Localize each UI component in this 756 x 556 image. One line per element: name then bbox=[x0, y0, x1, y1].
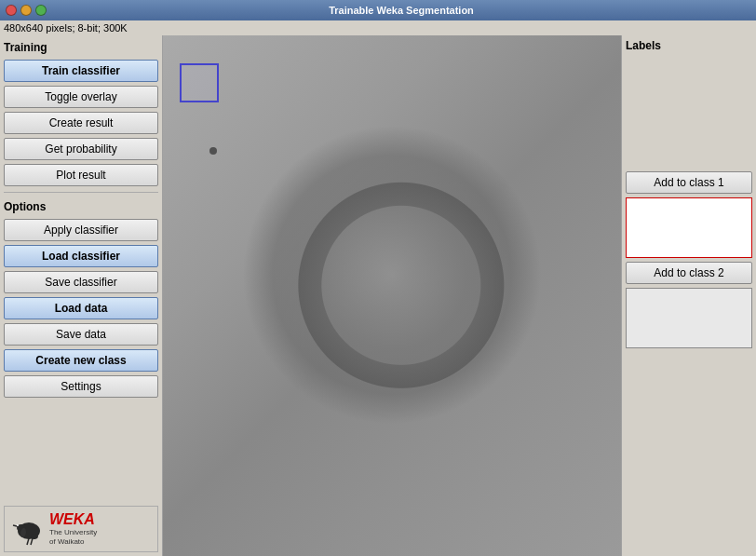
options-header: Options bbox=[4, 198, 158, 215]
title-bar: Trainable Weka Segmentation bbox=[0, 0, 756, 20]
svg-line-3 bbox=[13, 525, 17, 526]
plot-result-button[interactable]: Plot result bbox=[4, 164, 158, 186]
toggle-overlay-button[interactable]: Toggle overlay bbox=[4, 86, 158, 108]
weka-bird-icon bbox=[8, 510, 46, 548]
add-to-class2-button[interactable]: Add to class 2 bbox=[626, 262, 752, 284]
image-artifact bbox=[209, 147, 217, 155]
class1-label-area bbox=[626, 197, 752, 258]
content-area: Training Train classifier Toggle overlay… bbox=[0, 35, 756, 556]
weka-logo: WEKA The University of Waikato bbox=[4, 506, 158, 552]
maximize-button[interactable] bbox=[35, 5, 47, 16]
add-to-class1-button[interactable]: Add to class 1 bbox=[626, 171, 752, 194]
weka-title: WEKA bbox=[49, 511, 97, 528]
weka-branding: WEKA The University of Waikato bbox=[49, 511, 97, 546]
labels-header: Labels bbox=[626, 39, 752, 52]
main-container: 480x640 pixels; 8-bit; 300K Training Tra… bbox=[0, 20, 756, 556]
train-classifier-button[interactable]: Train classifier bbox=[4, 60, 158, 82]
image-panel[interactable] bbox=[163, 35, 621, 556]
training-header: Training bbox=[4, 39, 158, 56]
left-panel: Training Train classifier Toggle overlay… bbox=[0, 35, 163, 556]
load-data-button[interactable]: Load data bbox=[4, 297, 158, 319]
close-button[interactable] bbox=[6, 5, 17, 16]
svg-point-4 bbox=[17, 524, 19, 526]
save-data-button[interactable]: Save data bbox=[4, 323, 158, 346]
minimize-button[interactable] bbox=[20, 5, 32, 16]
divider-1 bbox=[4, 192, 158, 193]
right-panel: Labels Add to class 1 Add to class 2 bbox=[621, 35, 756, 556]
svg-line-6 bbox=[27, 538, 29, 545]
get-probability-button[interactable]: Get probability bbox=[4, 138, 158, 160]
microscopy-image bbox=[163, 35, 621, 556]
weka-subtitle-line2: of Waikato bbox=[49, 537, 97, 547]
info-bar: 480x640 pixels; 8-bit; 300K bbox=[0, 20, 756, 35]
load-classifier-button[interactable]: Load classifier bbox=[4, 245, 158, 267]
weka-subtitle-line1: The University bbox=[49, 528, 97, 537]
window-title: Trainable Weka Segmentation bbox=[52, 5, 750, 16]
class2-label-area bbox=[626, 288, 752, 348]
settings-button[interactable]: Settings bbox=[4, 375, 158, 398]
svg-line-7 bbox=[31, 538, 33, 545]
create-result-button[interactable]: Create result bbox=[4, 112, 158, 134]
class1-preview-area bbox=[626, 56, 752, 168]
window-controls[interactable] bbox=[6, 5, 47, 16]
selection-box[interactable] bbox=[180, 63, 219, 102]
create-new-class-button[interactable]: Create new class bbox=[4, 349, 158, 372]
apply-classifier-button[interactable]: Apply classifier bbox=[4, 219, 158, 241]
save-classifier-button[interactable]: Save classifier bbox=[4, 271, 158, 293]
